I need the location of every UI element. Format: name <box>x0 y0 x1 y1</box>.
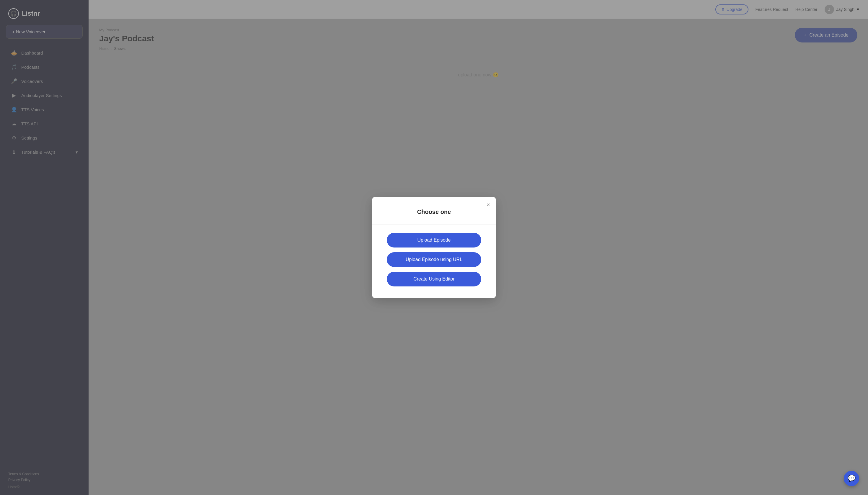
choose-one-modal: Choose one × Upload EpisodeUpload Episod… <box>372 197 496 298</box>
modal-overlay[interactable]: Choose one × Upload EpisodeUpload Episod… <box>0 0 868 495</box>
chat-icon: 💬 <box>848 475 856 482</box>
modal-create-using-editor-button[interactable]: Create Using Editor <box>387 272 481 287</box>
modal-title: Choose one <box>387 208 481 215</box>
modal-upload-episode-url-button[interactable]: Upload Episode using URL <box>387 252 481 267</box>
chat-button[interactable]: 💬 <box>844 471 859 486</box>
modal-close-button[interactable]: × <box>487 202 490 208</box>
modal-divider <box>372 224 496 224</box>
modal-upload-episode-button[interactable]: Upload Episode <box>387 233 481 248</box>
